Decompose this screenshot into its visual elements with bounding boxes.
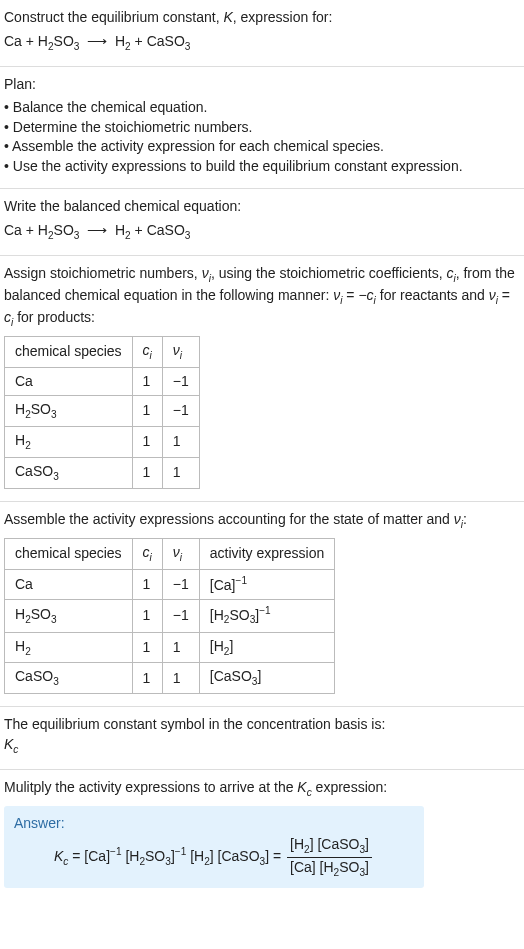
- plan-list: • Balance the chemical equation. • Deter…: [4, 98, 520, 176]
- fraction-denominator: [Ca] [H2SO3]: [287, 857, 372, 878]
- activity-intro: Assemble the activity expressions accoun…: [4, 510, 520, 532]
- table-row: Ca 1 −1 [Ca]−1: [5, 569, 335, 599]
- cell-activity: [Ca]−1: [199, 569, 334, 599]
- plan-item: • Determine the stoichiometric numbers.: [4, 118, 520, 138]
- activity-table: chemical species ci νi activity expressi…: [4, 538, 335, 695]
- basis-symbol: Kc: [4, 735, 520, 757]
- th-vi: νi: [162, 538, 199, 569]
- cell-ci: 1: [132, 367, 162, 396]
- cell-ci: 1: [132, 599, 162, 632]
- cell-ci: 1: [132, 427, 162, 458]
- cell-vi: −1: [162, 599, 199, 632]
- cell-species: Ca: [5, 569, 133, 599]
- stoich-table: chemical species ci νi Ca 1 −1 H2SO3 1 −…: [4, 336, 200, 489]
- answer-title: Answer:: [14, 814, 414, 834]
- table-row: H2 1 1 [H2]: [5, 632, 335, 663]
- table-row: H2SO3 1 −1 [H2SO3]−1: [5, 599, 335, 632]
- multiply-kc: Kc: [297, 779, 311, 795]
- cell-species: CaSO3: [5, 458, 133, 489]
- th-species: chemical species: [5, 538, 133, 569]
- multiply-tail: expression:: [312, 779, 387, 795]
- th-species: chemical species: [5, 336, 133, 367]
- cell-vi: 1: [162, 427, 199, 458]
- cell-species: H2SO3: [5, 599, 133, 632]
- cell-species: H2SO3: [5, 396, 133, 427]
- plan-item: • Balance the chemical equation.: [4, 98, 520, 118]
- table-row: H2 1 1: [5, 427, 200, 458]
- intro-section: Construct the equilibrium constant, K, e…: [0, 0, 524, 67]
- table-row: CaSO3 1 1 [CaSO3]: [5, 663, 335, 694]
- balanced-title: Write the balanced chemical equation:: [4, 197, 520, 217]
- intro-line: Construct the equilibrium constant, K, e…: [4, 8, 520, 28]
- cell-activity: [H2]: [199, 632, 334, 663]
- basis-line: The equilibrium constant symbol in the c…: [4, 715, 520, 735]
- th-activity: activity expression: [199, 538, 334, 569]
- cell-ci: 1: [132, 663, 162, 694]
- plan-item: • Assemble the activity expression for e…: [4, 137, 520, 157]
- table-header-row: chemical species ci νi: [5, 336, 200, 367]
- cell-ci: 1: [132, 632, 162, 663]
- cell-ci: 1: [132, 396, 162, 427]
- cell-activity: [H2SO3]−1: [199, 599, 334, 632]
- th-ci: ci: [132, 538, 162, 569]
- multiply-section: Mulitply the activity expressions to arr…: [0, 770, 524, 900]
- answer-box: Answer: Kc = [Ca]−1 [H2SO3]−1 [H2] [CaSO…: [4, 806, 424, 888]
- stoich-section: Assign stoichiometric numbers, νi, using…: [0, 256, 524, 502]
- cell-ci: 1: [132, 569, 162, 599]
- intro-text: Construct the equilibrium constant,: [4, 9, 223, 25]
- cell-vi: 1: [162, 663, 199, 694]
- table-header-row: chemical species ci νi activity expressi…: [5, 538, 335, 569]
- fraction-numerator: [H2] [CaSO3]: [287, 837, 372, 857]
- intro-tail: , expression for:: [233, 9, 333, 25]
- multiply-intro: Mulitply the activity expressions to arr…: [4, 779, 297, 795]
- basis-section: The equilibrium constant symbol in the c…: [0, 707, 524, 770]
- cell-vi: −1: [162, 569, 199, 599]
- cell-species: H2: [5, 427, 133, 458]
- table-row: Ca 1 −1: [5, 367, 200, 396]
- multiply-line: Mulitply the activity expressions to arr…: [4, 778, 520, 800]
- plan-item: • Use the activity expressions to build …: [4, 157, 520, 177]
- table-row: CaSO3 1 1: [5, 458, 200, 489]
- cell-species: CaSO3: [5, 663, 133, 694]
- intro-equation: Ca + H2SO3 ⟶ H2 + CaSO3: [4, 32, 520, 54]
- th-vi: νi: [162, 336, 199, 367]
- activity-section: Assemble the activity expressions accoun…: [0, 502, 524, 707]
- balanced-section: Write the balanced chemical equation: Ca…: [0, 189, 524, 256]
- answer-lhs: Kc = [Ca]−1 [H2SO3]−1 [H2] [CaSO3] =: [54, 848, 285, 864]
- cell-vi: −1: [162, 396, 199, 427]
- cell-vi: 1: [162, 458, 199, 489]
- plan-title: Plan:: [4, 75, 520, 95]
- answer-fraction: [H2] [CaSO3][Ca] [H2SO3]: [287, 837, 372, 878]
- cell-activity: [CaSO3]: [199, 663, 334, 694]
- cell-vi: −1: [162, 367, 199, 396]
- plan-section: Plan: • Balance the chemical equation. •…: [0, 67, 524, 190]
- balanced-equation: Ca + H2SO3 ⟶ H2 + CaSO3: [4, 221, 520, 243]
- stoich-intro: Assign stoichiometric numbers, νi, using…: [4, 264, 520, 330]
- answer-body: Kc = [Ca]−1 [H2SO3]−1 [H2] [CaSO3] = [H2…: [14, 837, 414, 878]
- table-row: H2SO3 1 −1: [5, 396, 200, 427]
- cell-species: Ca: [5, 367, 133, 396]
- cell-ci: 1: [132, 458, 162, 489]
- cell-species: H2: [5, 632, 133, 663]
- cell-vi: 1: [162, 632, 199, 663]
- intro-K: K: [223, 9, 232, 25]
- th-ci: ci: [132, 336, 162, 367]
